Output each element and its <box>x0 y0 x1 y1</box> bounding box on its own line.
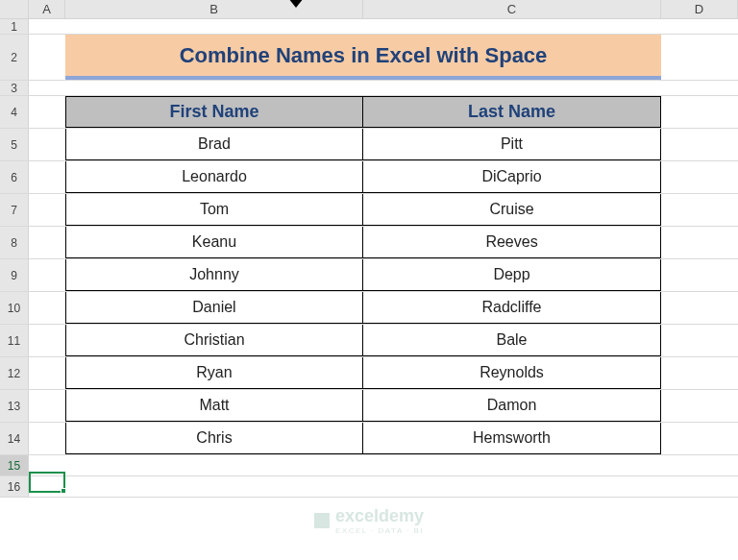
table-row: 7 Tom Cruise <box>0 194 738 227</box>
cell-first-name[interactable]: Tom <box>65 194 363 226</box>
row-header-15[interactable]: 15 <box>0 455 29 475</box>
row-header-1[interactable]: 1 <box>0 19 29 34</box>
title-merged-cell[interactable]: Combine Names in Excel with Space <box>65 35 661 80</box>
cell-b1[interactable] <box>65 19 363 34</box>
cell-a12[interactable] <box>29 357 65 389</box>
cell-last-name[interactable]: DiCaprio <box>363 161 661 193</box>
table-header-last-name[interactable]: Last Name <box>363 96 661 128</box>
cell-a3[interactable] <box>29 81 65 95</box>
cell-d13[interactable] <box>661 390 738 422</box>
row-header-10[interactable]: 10 <box>0 292 29 324</box>
cell-c16[interactable] <box>363 476 661 497</box>
table-row: 11 Christian Bale <box>0 325 738 357</box>
cell-d4[interactable] <box>661 96 738 128</box>
cell-first-name[interactable]: Christian <box>65 325 363 356</box>
row-header-12[interactable]: 12 <box>0 357 29 389</box>
row-16: 16 <box>0 476 738 498</box>
cell-d6[interactable] <box>661 161 738 193</box>
cell-a8[interactable] <box>29 227 65 258</box>
watermark-tagline: EXCEL · DATA · BI <box>335 526 424 535</box>
row-header-13[interactable]: 13 <box>0 390 29 422</box>
cell-d9[interactable] <box>661 259 738 291</box>
row-header-5[interactable]: 5 <box>0 129 29 160</box>
cell-first-name[interactable]: Ryan <box>65 357 363 389</box>
cell-first-name[interactable]: Leonardo <box>65 161 363 193</box>
row-header-7[interactable]: 7 <box>0 194 29 226</box>
watermark: exceldemy EXCEL · DATA · BI <box>314 506 424 535</box>
table-row: 5 Brad Pitt <box>0 129 738 161</box>
col-header-d[interactable]: D <box>661 0 738 18</box>
cell-d7[interactable] <box>661 194 738 226</box>
cell-d2[interactable] <box>661 35 738 80</box>
table-row: 8 Keanu Reeves <box>0 227 738 259</box>
cell-first-name[interactable]: Johnny <box>65 259 363 291</box>
table-header-first-name[interactable]: First Name <box>65 96 363 128</box>
cell-c1[interactable] <box>363 19 661 34</box>
cell-d8[interactable] <box>661 227 738 258</box>
col-header-b[interactable]: B <box>65 0 363 18</box>
cell-first-name[interactable]: Brad <box>65 129 363 160</box>
cell-a14[interactable] <box>29 423 65 454</box>
cell-b15[interactable] <box>65 455 363 475</box>
cell-last-name[interactable]: Radcliffe <box>363 292 661 324</box>
col-header-a[interactable]: A <box>29 0 65 18</box>
cell-a4[interactable] <box>29 96 65 128</box>
cell-c15[interactable] <box>363 455 661 475</box>
cell-d11[interactable] <box>661 325 738 356</box>
cell-a15[interactable] <box>29 455 65 475</box>
cell-a13[interactable] <box>29 390 65 422</box>
cell-a2[interactable] <box>29 35 65 80</box>
cell-first-name[interactable]: Matt <box>65 390 363 422</box>
cell-b16[interactable] <box>65 476 363 497</box>
row-header-9[interactable]: 9 <box>0 259 29 291</box>
cell-d5[interactable] <box>661 129 738 160</box>
row-header-8[interactable]: 8 <box>0 227 29 258</box>
watermark-brand: exceldemy <box>335 506 424 525</box>
cell-first-name[interactable]: Chris <box>65 423 363 454</box>
table-row: 10 Daniel Radcliffe <box>0 292 738 325</box>
row-header-11[interactable]: 11 <box>0 325 29 356</box>
row-header-6[interactable]: 6 <box>0 161 29 193</box>
cell-d12[interactable] <box>661 357 738 389</box>
cell-a6[interactable] <box>29 161 65 193</box>
cell-last-name[interactable]: Depp <box>363 259 661 291</box>
cell-d1[interactable] <box>661 19 738 34</box>
cell-d10[interactable] <box>661 292 738 324</box>
cell-a16[interactable] <box>29 476 65 497</box>
cell-last-name[interactable]: Cruise <box>363 194 661 226</box>
cell-first-name[interactable]: Keanu <box>65 227 363 258</box>
cell-c3[interactable] <box>363 81 661 95</box>
table-row: 13 Matt Damon <box>0 390 738 423</box>
cell-d14[interactable] <box>661 423 738 454</box>
cell-last-name[interactable]: Bale <box>363 325 661 356</box>
cell-last-name[interactable]: Pitt <box>363 129 661 160</box>
row-header-14[interactable]: 14 <box>0 423 29 454</box>
cell-d15[interactable] <box>661 455 738 475</box>
cell-a5[interactable] <box>29 129 65 160</box>
row-header-3[interactable]: 3 <box>0 81 29 95</box>
cell-last-name[interactable]: Damon <box>363 390 661 422</box>
col-header-c[interactable]: C <box>363 0 661 18</box>
cell-a7[interactable] <box>29 194 65 226</box>
cell-a10[interactable] <box>29 292 65 324</box>
row-15: 15 <box>0 455 738 476</box>
cell-first-name[interactable]: Daniel <box>65 292 363 324</box>
spreadsheet-grid: A B C D 1 2 Combine Names in Excel with … <box>0 0 738 560</box>
cell-d3[interactable] <box>661 81 738 95</box>
row-header-2[interactable]: 2 <box>0 35 29 80</box>
row-header-16[interactable]: 16 <box>0 476 29 497</box>
cell-a11[interactable] <box>29 325 65 356</box>
row-header-4[interactable]: 4 <box>0 96 29 128</box>
cell-a1[interactable] <box>29 19 65 34</box>
cell-b3[interactable] <box>65 81 363 95</box>
table-row: 9 Johnny Depp <box>0 259 738 292</box>
watermark-logo-icon <box>314 513 330 528</box>
column-headers: A B C D <box>0 0 738 19</box>
rows-container: 1 2 Combine Names in Excel with Space 3 … <box>0 19 738 498</box>
cell-last-name[interactable]: Hemsworth <box>363 423 661 454</box>
cell-last-name[interactable]: Reynolds <box>363 357 661 389</box>
cell-d16[interactable] <box>661 476 738 497</box>
cell-last-name[interactable]: Reeves <box>363 227 661 258</box>
cell-a9[interactable] <box>29 259 65 291</box>
select-all-corner[interactable] <box>0 0 29 18</box>
